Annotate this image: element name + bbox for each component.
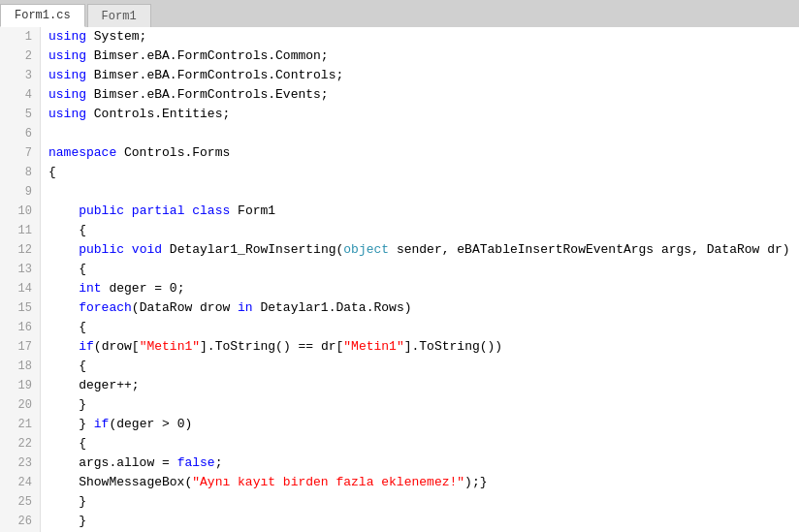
line-num-4: 4	[8, 85, 32, 105]
tab-form1-cs[interactable]: Form1.cs	[0, 4, 85, 27]
line-num-21: 21	[8, 415, 32, 434]
code-line-14: int deger = 0;	[48, 279, 791, 298]
line-num-10: 10	[8, 202, 32, 221]
tab-form1[interactable]: Form1	[87, 4, 151, 27]
line-numbers: 1 2 3 4 5 6 7 8 9 10 11 12 13 14 15 16 1…	[0, 27, 41, 532]
code-line-16: {	[48, 318, 791, 337]
line-num-22: 22	[8, 434, 32, 454]
code-line-17: if(drow["Metin1"].ToString() == dr["Meti…	[48, 337, 791, 357]
code-line-11: {	[48, 221, 791, 240]
code-line-12: public void Detaylar1_RowInserting(objec…	[48, 240, 791, 260]
line-num-9: 9	[8, 182, 32, 202]
code-content[interactable]: using System; using Bimser.eBA.FormContr…	[41, 27, 799, 532]
code-line-4: using Bimser.eBA.FormControls.Events;	[48, 85, 791, 105]
line-num-2: 2	[8, 47, 32, 66]
line-num-8: 8	[8, 163, 32, 182]
line-num-25: 25	[8, 492, 32, 512]
tab-form1-label: Form1	[102, 10, 137, 23]
line-num-7: 7	[8, 143, 32, 163]
line-num-18: 18	[8, 357, 32, 376]
code-line-26: }	[48, 512, 791, 531]
tab-form1-cs-label: Form1.cs	[15, 9, 71, 22]
code-line-18: {	[48, 357, 791, 376]
code-line-1: using System;	[48, 27, 791, 47]
line-num-19: 19	[8, 376, 32, 395]
code-line-15: foreach(DataRow drow in Detaylar1.Data.R…	[48, 298, 791, 318]
line-num-13: 13	[8, 260, 32, 279]
line-num-1: 1	[8, 27, 32, 47]
line-num-20: 20	[8, 395, 32, 415]
line-num-6: 6	[8, 124, 32, 143]
code-line-5: using Controls.Entities;	[48, 105, 791, 124]
code-line-19: deger++;	[48, 376, 791, 395]
code-line-9	[48, 182, 791, 202]
line-num-17: 17	[8, 337, 32, 357]
code-line-23: args.allow = false;	[48, 454, 791, 473]
line-num-16: 16	[8, 318, 32, 337]
code-line-8: {	[48, 163, 791, 182]
line-num-5: 5	[8, 105, 32, 124]
code-line-22: {	[48, 434, 791, 454]
code-line-13: {	[48, 260, 791, 279]
line-num-23: 23	[8, 454, 32, 473]
line-num-14: 14	[8, 279, 32, 298]
code-line-25: }	[48, 492, 791, 512]
line-num-11: 11	[8, 221, 32, 240]
line-num-26: 26	[8, 512, 32, 531]
line-num-15: 15	[8, 298, 32, 318]
code-line-2: using Bimser.eBA.FormControls.Common;	[48, 47, 791, 66]
code-line-7: namespace Controls.Forms	[48, 143, 791, 163]
code-line-3: using Bimser.eBA.FormControls.Controls;	[48, 66, 791, 85]
tab-bar: Form1.cs Form1	[0, 0, 799, 27]
code-line-6	[48, 124, 791, 143]
code-line-21: } if(deger > 0)	[48, 415, 791, 434]
code-line-20: }	[48, 395, 791, 415]
code-line-24: ShowMessageBox("Aynı kayıt birden fazla …	[48, 473, 791, 492]
line-num-12: 12	[8, 240, 32, 260]
code-editor: 1 2 3 4 5 6 7 8 9 10 11 12 13 14 15 16 1…	[0, 27, 799, 532]
line-num-3: 3	[8, 66, 32, 85]
code-line-10: public partial class Form1	[48, 202, 791, 221]
line-num-24: 24	[8, 473, 32, 492]
